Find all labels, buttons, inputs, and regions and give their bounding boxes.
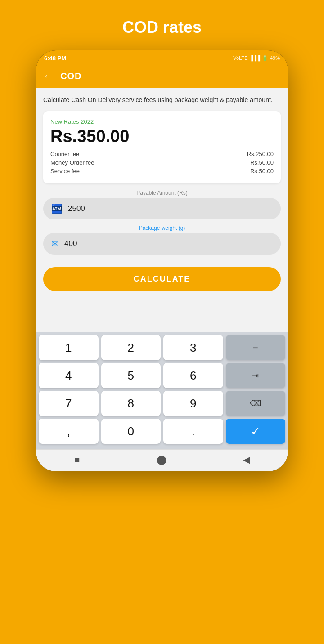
status-bar: 6:48 PM VoLTE ▐▐▐ 🔋 49%	[36, 50, 288, 65]
nav-circle-icon[interactable]: ⬤	[157, 454, 166, 465]
battery-percent: 49%	[270, 55, 280, 61]
key-tab[interactable]: ⇥	[226, 363, 286, 388]
status-time: 6:48 PM	[44, 55, 66, 62]
description-text: Calculate Cash On Delivery service fees …	[43, 95, 281, 105]
app-bar: ← COD	[36, 65, 288, 88]
package-weight-group: Package weight (g) ✉ 400	[43, 225, 281, 255]
money-order-value: Rs.50.00	[250, 159, 274, 166]
courier-fee-label: Courier fee	[50, 151, 79, 157]
status-icons: VoLTE ▐▐▐ 🔋 49%	[233, 55, 280, 61]
key-7[interactable]: 7	[39, 391, 99, 416]
package-weight-value: 400	[64, 239, 77, 248]
fee-row-money-order: Money Order fee Rs.50.00	[50, 159, 274, 166]
nav-back-icon[interactable]: ◀	[243, 454, 250, 465]
service-fee-label: Service fee	[50, 168, 80, 174]
result-card: New Rates 2022 Rs.350.00 Courier fee Rs.…	[43, 111, 281, 183]
nav-square-icon[interactable]: ■	[74, 455, 80, 465]
courier-fee-value: Rs.250.00	[247, 151, 274, 157]
key-4[interactable]: 4	[39, 363, 99, 388]
back-button[interactable]: ←	[43, 70, 53, 82]
keyboard: 1 2 3 − 4 5 6 ⇥ 7 8 9 ⌫ , 0 . ✓	[36, 332, 288, 449]
package-weight-field[interactable]: ✉ 400	[43, 233, 281, 255]
key-5[interactable]: 5	[101, 363, 161, 388]
key-1[interactable]: 1	[39, 335, 99, 360]
signal-icon: VoLTE	[233, 55, 248, 61]
key-9[interactable]: 9	[163, 391, 223, 416]
money-order-label: Money Order fee	[50, 159, 94, 166]
keyboard-row-3: 7 8 9 ⌫	[39, 391, 285, 416]
new-rates-label: New Rates 2022	[50, 118, 274, 125]
key-6[interactable]: 6	[163, 363, 223, 388]
key-minus[interactable]: −	[226, 335, 286, 360]
key-confirm[interactable]: ✓	[226, 419, 286, 444]
key-dot[interactable]: .	[163, 419, 223, 444]
app-bar-title: COD	[60, 71, 81, 81]
phone-frame: 6:48 PM VoLTE ▐▐▐ 🔋 49% ← COD Calculate …	[36, 50, 288, 471]
content-area: Calculate Cash On Delivery service fees …	[36, 88, 288, 332]
key-3[interactable]: 3	[163, 335, 223, 360]
payable-amount-group: Payable Amount (Rs) 🏧 2500	[43, 190, 281, 219]
envelope-icon: ✉	[51, 238, 59, 249]
service-fee-value: Rs.50.00	[250, 168, 274, 174]
page-title: COD rates	[122, 18, 202, 37]
payable-amount-value: 2500	[68, 204, 85, 213]
calculate-button[interactable]: CALCULATE	[43, 267, 281, 291]
package-weight-label: Package weight (g)	[43, 225, 281, 231]
key-2[interactable]: 2	[101, 335, 161, 360]
key-comma[interactable]: ,	[39, 419, 99, 444]
key-backspace[interactable]: ⌫	[226, 391, 286, 416]
total-amount: Rs.350.00	[50, 127, 274, 146]
money-icon: 🏧	[51, 203, 63, 214]
fee-row-service: Service fee Rs.50.00	[50, 168, 274, 174]
network-icon: ▐▐▐	[250, 55, 260, 61]
spacer	[43, 298, 281, 325]
payable-amount-field[interactable]: 🏧 2500	[43, 198, 281, 219]
nav-bar: ■ ⬤ ◀	[36, 449, 288, 471]
payable-amount-label: Payable Amount (Rs)	[43, 190, 281, 196]
battery-icon: 🔋	[262, 55, 268, 61]
keyboard-row-2: 4 5 6 ⇥	[39, 363, 285, 388]
fee-row-courier: Courier fee Rs.250.00	[50, 151, 274, 157]
keyboard-row-4: , 0 . ✓	[39, 419, 285, 444]
key-0[interactable]: 0	[101, 419, 161, 444]
keyboard-row-1: 1 2 3 −	[39, 335, 285, 360]
key-8[interactable]: 8	[101, 391, 161, 416]
